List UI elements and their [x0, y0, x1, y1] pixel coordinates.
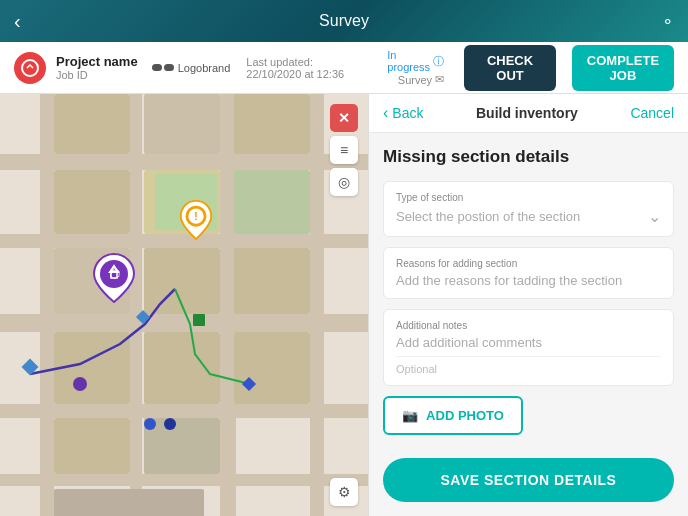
last-updated: Last updated: 22/10/2020 at 12:36 — [246, 56, 367, 80]
svg-rect-9 — [220, 94, 236, 516]
project-logo — [14, 52, 46, 84]
project-name: Project name — [56, 54, 138, 69]
logo-dot-2 — [164, 64, 174, 71]
map-close-button[interactable]: ✕ — [330, 104, 358, 132]
save-section: SAVE SECTION DETAILS — [369, 444, 688, 516]
camera-icon: 📷 — [402, 408, 418, 423]
right-panel: ‹ Back Build inventory Cancel Missing se… — [368, 94, 688, 516]
svg-rect-23 — [54, 418, 130, 474]
type-section-label: Type of section — [396, 192, 661, 203]
svg-rect-33 — [193, 314, 205, 326]
map-visual — [0, 94, 368, 516]
reasons-label: Reasons for adding section — [396, 258, 661, 269]
cancel-button[interactable]: Cancel — [630, 105, 674, 121]
notes-field[interactable]: Additional notes Add additional comments… — [383, 309, 674, 386]
project-id: Job ID — [56, 69, 138, 81]
logo-text: Logobrand — [178, 62, 231, 74]
map-area[interactable]: ! ⬡ ✕ ≡ ◎ ⚙ — [0, 94, 368, 516]
add-photo-button[interactable]: 📷 ADD PHOTO — [383, 396, 523, 435]
svg-rect-22 — [234, 332, 310, 404]
svg-point-30 — [73, 377, 87, 391]
pin-orange: ! — [178, 199, 214, 241]
type-section-row: Select the postion of the section ⌄ — [396, 207, 661, 226]
svg-point-31 — [144, 418, 156, 430]
panel-title: Build inventory — [423, 105, 630, 121]
svg-text:!: ! — [194, 210, 198, 222]
main-content: ! ⬡ ✕ ≡ ◎ ⚙ ‹ Back — [0, 94, 688, 516]
svg-point-32 — [164, 418, 176, 430]
dropdown-chevron-icon: ⌄ — [648, 207, 661, 226]
map-layers-button[interactable]: ≡ — [330, 136, 358, 164]
type-section-placeholder: Select the postion of the section — [396, 209, 580, 224]
wifi-icon: ⚬ — [661, 12, 674, 31]
svg-rect-21 — [144, 332, 220, 404]
svg-text:⬡: ⬡ — [109, 266, 120, 281]
reasons-placeholder: Add the reasons for tadding the section — [396, 273, 661, 288]
svg-rect-10 — [310, 94, 324, 516]
panel-nav: ‹ Back Build inventory Cancel — [369, 94, 688, 133]
project-info: Project name Job ID — [56, 54, 138, 81]
svg-rect-19 — [234, 248, 310, 314]
reasons-field[interactable]: Reasons for adding section Add the reaso… — [383, 247, 674, 299]
logo-icon — [152, 64, 174, 71]
type-of-section-field[interactable]: Type of section Select the postion of th… — [383, 181, 674, 237]
app-header: ‹ Survey ⚬ — [0, 0, 688, 42]
save-section-button[interactable]: SAVE SECTION DETAILS — [383, 458, 674, 502]
section-heading: Missing section details — [383, 147, 674, 167]
add-photo-label: ADD PHOTO — [426, 408, 504, 423]
svg-rect-25 — [54, 489, 204, 516]
panel-content: Missing section details Type of section … — [369, 133, 688, 444]
status-area: In progress ⓘ Survey ✉ — [387, 49, 444, 86]
back-chevron-icon: ‹ — [383, 104, 388, 122]
svg-rect-7 — [40, 94, 54, 516]
map-location-button[interactable]: ◎ — [330, 168, 358, 196]
in-progress-status: In progress ⓘ — [387, 49, 444, 73]
notes-label: Additional notes — [396, 320, 661, 331]
page-title: Survey — [319, 12, 369, 30]
survey-status: Survey ✉ — [398, 73, 444, 86]
svg-rect-12 — [144, 94, 220, 154]
svg-point-0 — [22, 60, 38, 76]
logo-brand: Logobrand — [152, 62, 231, 74]
svg-rect-8 — [130, 94, 142, 516]
field-divider — [396, 356, 661, 357]
map-controls: ✕ ≡ ◎ — [330, 104, 358, 196]
svg-rect-16 — [234, 170, 310, 234]
back-button[interactable]: ‹ — [14, 10, 21, 33]
svg-rect-14 — [54, 170, 130, 234]
map-settings-button[interactable]: ⚙ — [330, 478, 358, 506]
svg-rect-11 — [54, 94, 130, 154]
checkout-button[interactable]: CHECK OUT — [464, 45, 556, 91]
panel-back-button[interactable]: ‹ Back — [383, 104, 423, 122]
complete-job-button[interactable]: COMPLETE JOB — [572, 45, 674, 91]
pin-purple: ⬡ — [92, 252, 134, 300]
notes-placeholder: Add additional comments — [396, 335, 661, 350]
subheader: Project name Job ID Logobrand Last updat… — [0, 42, 688, 94]
back-label: Back — [392, 105, 423, 121]
notes-optional: Optional — [396, 363, 661, 375]
logo-dot-1 — [152, 64, 162, 71]
svg-rect-13 — [234, 94, 310, 154]
